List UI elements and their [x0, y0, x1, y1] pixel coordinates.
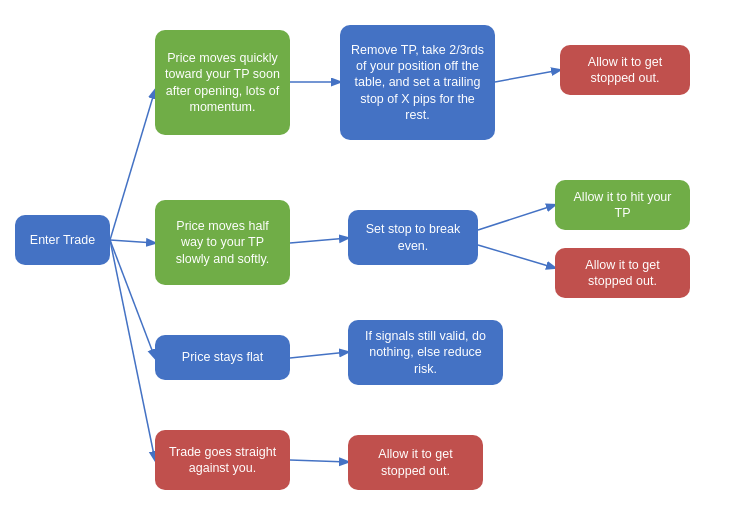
enter-trade-node: Enter Trade	[15, 215, 110, 265]
price-moves-quickly-node: Price moves quickly toward your TP soon …	[155, 30, 290, 135]
svg-line-0	[110, 90, 155, 240]
allow-stopped-out-2-node: Allow it to get stopped out.	[555, 248, 690, 298]
svg-line-9	[290, 352, 348, 358]
allow-hit-tp-node: Allow it to hit your TP	[555, 180, 690, 230]
svg-line-1	[110, 240, 155, 243]
price-stays-flat-node: Price stays flat	[155, 335, 290, 380]
svg-line-3	[110, 240, 155, 460]
remove-tp-node: Remove TP, take 2/3rds of your position …	[340, 25, 495, 140]
svg-line-7	[478, 205, 555, 230]
svg-line-2	[110, 240, 155, 358]
trade-goes-against-node: Trade goes straight against you.	[155, 430, 290, 490]
svg-line-10	[290, 460, 348, 462]
if-signals-node: If signals still valid, do nothing, else…	[348, 320, 503, 385]
svg-line-5	[495, 70, 560, 82]
allow-stopped-out-1-node: Allow it to get stopped out.	[560, 45, 690, 95]
svg-line-8	[478, 245, 555, 268]
price-moves-half-node: Price moves half way to your TP slowly a…	[155, 200, 290, 285]
set-stop-node: Set stop to break even.	[348, 210, 478, 265]
svg-line-6	[290, 238, 348, 243]
allow-stopped-out-3-node: Allow it to get stopped out.	[348, 435, 483, 490]
flowchart: Enter Trade Price moves quickly toward y…	[0, 0, 752, 524]
